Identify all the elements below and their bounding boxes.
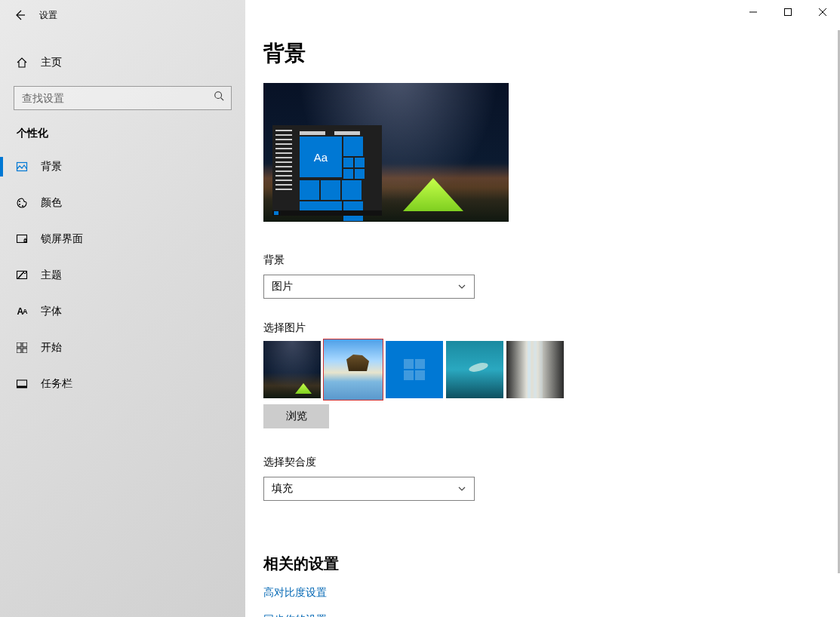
nav-home[interactable]: 主页 xyxy=(0,47,245,78)
sidebar: 设置 主页 个性化 背景 颜色 xyxy=(0,0,245,617)
nav-list: 背景 颜色 锁屏界面 主题 AA 字体 xyxy=(0,151,245,400)
nav-lockscreen[interactable]: 锁屏界面 xyxy=(0,223,245,255)
svg-rect-10 xyxy=(17,348,21,353)
start-icon xyxy=(15,341,29,355)
nav-item-label: 颜色 xyxy=(41,196,62,210)
titlebar-left: 设置 xyxy=(0,0,245,30)
svg-rect-9 xyxy=(23,342,27,347)
palette-icon xyxy=(15,196,29,210)
fit-select-label: 选择契合度 xyxy=(263,456,840,469)
background-type-value: 图片 xyxy=(272,280,293,293)
close-button[interactable] xyxy=(805,0,840,24)
back-button[interactable] xyxy=(5,0,35,30)
background-select-label: 背景 xyxy=(263,253,840,267)
related-header: 相关的设置 xyxy=(263,554,840,574)
nav-background[interactable]: 背景 xyxy=(0,151,245,183)
chevron-down-icon xyxy=(457,282,466,291)
browse-button[interactable]: 浏览 xyxy=(263,404,329,428)
page-title: 背景 xyxy=(263,39,840,68)
svg-rect-14 xyxy=(785,9,792,16)
svg-point-4 xyxy=(22,205,23,207)
nav-taskbar[interactable]: 任务栏 xyxy=(0,368,245,400)
choose-picture-label: 选择图片 xyxy=(263,321,840,335)
taskbar-icon xyxy=(15,377,29,391)
nav-item-label: 字体 xyxy=(41,305,62,318)
background-preview: Aa xyxy=(263,83,509,222)
link-sync-settings[interactable]: 同步你的设置 xyxy=(263,613,840,617)
app-title: 设置 xyxy=(39,9,57,22)
nav-item-label: 背景 xyxy=(41,160,62,173)
nav-item-label: 任务栏 xyxy=(41,377,72,391)
picture-thumbs xyxy=(263,341,840,400)
picture-icon xyxy=(15,160,29,173)
picture-thumb-3[interactable] xyxy=(446,341,503,398)
minimize-icon xyxy=(749,8,757,16)
svg-rect-8 xyxy=(17,342,21,347)
preview-startmenu: Aa xyxy=(272,125,382,216)
picture-thumb-2[interactable] xyxy=(386,341,443,398)
nav-item-label: 锁屏界面 xyxy=(41,232,83,246)
svg-rect-6 xyxy=(24,240,26,242)
background-type-select[interactable]: 图片 xyxy=(263,275,475,299)
svg-point-3 xyxy=(19,204,20,205)
svg-point-2 xyxy=(19,201,20,202)
nav-themes[interactable]: 主题 xyxy=(0,259,245,291)
search-input[interactable] xyxy=(14,86,232,110)
window-controls xyxy=(245,0,840,24)
themes-icon xyxy=(15,269,29,282)
chevron-down-icon xyxy=(457,484,466,493)
back-arrow-icon xyxy=(14,9,26,21)
picture-thumb-0[interactable] xyxy=(263,341,321,398)
nav-colors[interactable]: 颜色 xyxy=(0,187,245,219)
lockscreen-icon xyxy=(15,232,29,246)
main: 背景 Aa xyxy=(245,0,840,617)
picture-thumb-4[interactable] xyxy=(506,341,564,398)
svg-rect-11 xyxy=(23,348,27,353)
close-icon xyxy=(819,8,826,16)
search-wrap xyxy=(14,86,232,110)
content: 背景 Aa xyxy=(245,24,840,617)
maximize-button[interactable] xyxy=(771,0,805,24)
nav-item-label: 开始 xyxy=(41,341,62,355)
nav-fonts[interactable]: AA 字体 xyxy=(0,296,245,327)
nav-start[interactable]: 开始 xyxy=(0,332,245,364)
home-icon xyxy=(15,56,29,69)
svg-rect-13 xyxy=(17,386,27,388)
picture-thumb-1[interactable] xyxy=(324,339,383,400)
nav-home-label: 主页 xyxy=(41,56,62,69)
fit-select-value: 填充 xyxy=(272,482,293,496)
section-header: 个性化 xyxy=(0,119,245,151)
maximize-icon xyxy=(784,8,792,16)
fonts-icon: AA xyxy=(15,305,29,318)
link-high-contrast[interactable]: 高对比度设置 xyxy=(263,586,840,600)
nav-item-label: 主题 xyxy=(41,269,62,282)
minimize-button[interactable] xyxy=(736,0,771,24)
preview-aa-tile: Aa xyxy=(300,137,342,177)
fit-select[interactable]: 填充 xyxy=(263,477,475,501)
